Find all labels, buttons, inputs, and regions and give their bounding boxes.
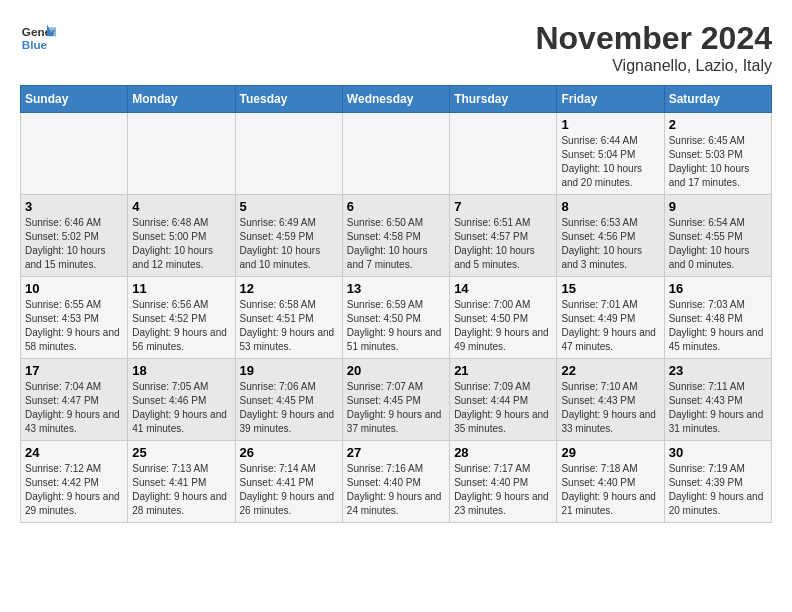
table-row: 6Sunrise: 6:50 AM Sunset: 4:58 PM Daylig… xyxy=(342,195,449,277)
day-info: Sunrise: 7:09 AM Sunset: 4:44 PM Dayligh… xyxy=(454,380,552,436)
day-number: 29 xyxy=(561,445,659,460)
table-row: 11Sunrise: 6:56 AM Sunset: 4:52 PM Dayli… xyxy=(128,277,235,359)
table-row: 16Sunrise: 7:03 AM Sunset: 4:48 PM Dayli… xyxy=(664,277,771,359)
day-number: 30 xyxy=(669,445,767,460)
table-row xyxy=(235,113,342,195)
day-info: Sunrise: 7:19 AM Sunset: 4:39 PM Dayligh… xyxy=(669,462,767,518)
day-number: 25 xyxy=(132,445,230,460)
day-info: Sunrise: 7:04 AM Sunset: 4:47 PM Dayligh… xyxy=(25,380,123,436)
day-info: Sunrise: 6:45 AM Sunset: 5:03 PM Dayligh… xyxy=(669,134,767,190)
table-row xyxy=(450,113,557,195)
table-row: 12Sunrise: 6:58 AM Sunset: 4:51 PM Dayli… xyxy=(235,277,342,359)
header-monday: Monday xyxy=(128,86,235,113)
day-number: 6 xyxy=(347,199,445,214)
page-header: General Blue November 2024 Vignanello, L… xyxy=(20,20,772,75)
table-row: 21Sunrise: 7:09 AM Sunset: 4:44 PM Dayli… xyxy=(450,359,557,441)
day-number: 12 xyxy=(240,281,338,296)
header-wednesday: Wednesday xyxy=(342,86,449,113)
day-info: Sunrise: 7:10 AM Sunset: 4:43 PM Dayligh… xyxy=(561,380,659,436)
day-number: 7 xyxy=(454,199,552,214)
header-sunday: Sunday xyxy=(21,86,128,113)
day-info: Sunrise: 6:49 AM Sunset: 4:59 PM Dayligh… xyxy=(240,216,338,272)
day-number: 19 xyxy=(240,363,338,378)
day-info: Sunrise: 7:03 AM Sunset: 4:48 PM Dayligh… xyxy=(669,298,767,354)
day-number: 27 xyxy=(347,445,445,460)
day-info: Sunrise: 7:01 AM Sunset: 4:49 PM Dayligh… xyxy=(561,298,659,354)
day-number: 9 xyxy=(669,199,767,214)
calendar-body: 1Sunrise: 6:44 AM Sunset: 5:04 PM Daylig… xyxy=(21,113,772,523)
day-info: Sunrise: 6:44 AM Sunset: 5:04 PM Dayligh… xyxy=(561,134,659,190)
table-row: 17Sunrise: 7:04 AM Sunset: 4:47 PM Dayli… xyxy=(21,359,128,441)
table-row xyxy=(128,113,235,195)
day-info: Sunrise: 7:12 AM Sunset: 4:42 PM Dayligh… xyxy=(25,462,123,518)
table-row: 28Sunrise: 7:17 AM Sunset: 4:40 PM Dayli… xyxy=(450,441,557,523)
day-number: 23 xyxy=(669,363,767,378)
day-info: Sunrise: 6:53 AM Sunset: 4:56 PM Dayligh… xyxy=(561,216,659,272)
svg-text:Blue: Blue xyxy=(22,38,48,51)
table-row: 8Sunrise: 6:53 AM Sunset: 4:56 PM Daylig… xyxy=(557,195,664,277)
day-info: Sunrise: 7:18 AM Sunset: 4:40 PM Dayligh… xyxy=(561,462,659,518)
header-friday: Friday xyxy=(557,86,664,113)
day-info: Sunrise: 7:07 AM Sunset: 4:45 PM Dayligh… xyxy=(347,380,445,436)
table-row: 10Sunrise: 6:55 AM Sunset: 4:53 PM Dayli… xyxy=(21,277,128,359)
logo: General Blue xyxy=(20,20,56,56)
day-info: Sunrise: 7:13 AM Sunset: 4:41 PM Dayligh… xyxy=(132,462,230,518)
month-title: November 2024 xyxy=(535,20,772,57)
day-number: 17 xyxy=(25,363,123,378)
day-info: Sunrise: 6:50 AM Sunset: 4:58 PM Dayligh… xyxy=(347,216,445,272)
table-row: 22Sunrise: 7:10 AM Sunset: 4:43 PM Dayli… xyxy=(557,359,664,441)
calendar-header: Sunday Monday Tuesday Wednesday Thursday… xyxy=(21,86,772,113)
day-number: 2 xyxy=(669,117,767,132)
day-number: 5 xyxy=(240,199,338,214)
title-area: November 2024 Vignanello, Lazio, Italy xyxy=(535,20,772,75)
day-number: 16 xyxy=(669,281,767,296)
table-row: 25Sunrise: 7:13 AM Sunset: 4:41 PM Dayli… xyxy=(128,441,235,523)
table-row: 19Sunrise: 7:06 AM Sunset: 4:45 PM Dayli… xyxy=(235,359,342,441)
day-number: 4 xyxy=(132,199,230,214)
header-thursday: Thursday xyxy=(450,86,557,113)
day-info: Sunrise: 6:54 AM Sunset: 4:55 PM Dayligh… xyxy=(669,216,767,272)
day-info: Sunrise: 7:06 AM Sunset: 4:45 PM Dayligh… xyxy=(240,380,338,436)
day-number: 28 xyxy=(454,445,552,460)
table-row: 3Sunrise: 6:46 AM Sunset: 5:02 PM Daylig… xyxy=(21,195,128,277)
table-row: 24Sunrise: 7:12 AM Sunset: 4:42 PM Dayli… xyxy=(21,441,128,523)
day-number: 11 xyxy=(132,281,230,296)
day-number: 24 xyxy=(25,445,123,460)
day-info: Sunrise: 7:00 AM Sunset: 4:50 PM Dayligh… xyxy=(454,298,552,354)
day-number: 21 xyxy=(454,363,552,378)
day-info: Sunrise: 6:51 AM Sunset: 4:57 PM Dayligh… xyxy=(454,216,552,272)
day-info: Sunrise: 7:17 AM Sunset: 4:40 PM Dayligh… xyxy=(454,462,552,518)
day-info: Sunrise: 7:14 AM Sunset: 4:41 PM Dayligh… xyxy=(240,462,338,518)
day-info: Sunrise: 6:55 AM Sunset: 4:53 PM Dayligh… xyxy=(25,298,123,354)
table-row: 9Sunrise: 6:54 AM Sunset: 4:55 PM Daylig… xyxy=(664,195,771,277)
table-row: 29Sunrise: 7:18 AM Sunset: 4:40 PM Dayli… xyxy=(557,441,664,523)
logo-icon: General Blue xyxy=(20,20,56,56)
header-tuesday: Tuesday xyxy=(235,86,342,113)
day-number: 18 xyxy=(132,363,230,378)
day-info: Sunrise: 6:58 AM Sunset: 4:51 PM Dayligh… xyxy=(240,298,338,354)
day-number: 10 xyxy=(25,281,123,296)
day-info: Sunrise: 6:56 AM Sunset: 4:52 PM Dayligh… xyxy=(132,298,230,354)
day-number: 13 xyxy=(347,281,445,296)
calendar-table: Sunday Monday Tuesday Wednesday Thursday… xyxy=(20,85,772,523)
table-row: 7Sunrise: 6:51 AM Sunset: 4:57 PM Daylig… xyxy=(450,195,557,277)
table-row: 20Sunrise: 7:07 AM Sunset: 4:45 PM Dayli… xyxy=(342,359,449,441)
day-number: 15 xyxy=(561,281,659,296)
day-number: 1 xyxy=(561,117,659,132)
table-row: 26Sunrise: 7:14 AM Sunset: 4:41 PM Dayli… xyxy=(235,441,342,523)
table-row: 4Sunrise: 6:48 AM Sunset: 5:00 PM Daylig… xyxy=(128,195,235,277)
table-row: 23Sunrise: 7:11 AM Sunset: 4:43 PM Dayli… xyxy=(664,359,771,441)
day-info: Sunrise: 7:16 AM Sunset: 4:40 PM Dayligh… xyxy=(347,462,445,518)
day-info: Sunrise: 6:46 AM Sunset: 5:02 PM Dayligh… xyxy=(25,216,123,272)
table-row: 14Sunrise: 7:00 AM Sunset: 4:50 PM Dayli… xyxy=(450,277,557,359)
table-row xyxy=(21,113,128,195)
table-row: 13Sunrise: 6:59 AM Sunset: 4:50 PM Dayli… xyxy=(342,277,449,359)
day-info: Sunrise: 6:48 AM Sunset: 5:00 PM Dayligh… xyxy=(132,216,230,272)
table-row: 15Sunrise: 7:01 AM Sunset: 4:49 PM Dayli… xyxy=(557,277,664,359)
day-info: Sunrise: 7:11 AM Sunset: 4:43 PM Dayligh… xyxy=(669,380,767,436)
day-number: 3 xyxy=(25,199,123,214)
table-row: 30Sunrise: 7:19 AM Sunset: 4:39 PM Dayli… xyxy=(664,441,771,523)
table-row: 27Sunrise: 7:16 AM Sunset: 4:40 PM Dayli… xyxy=(342,441,449,523)
day-info: Sunrise: 6:59 AM Sunset: 4:50 PM Dayligh… xyxy=(347,298,445,354)
table-row xyxy=(342,113,449,195)
